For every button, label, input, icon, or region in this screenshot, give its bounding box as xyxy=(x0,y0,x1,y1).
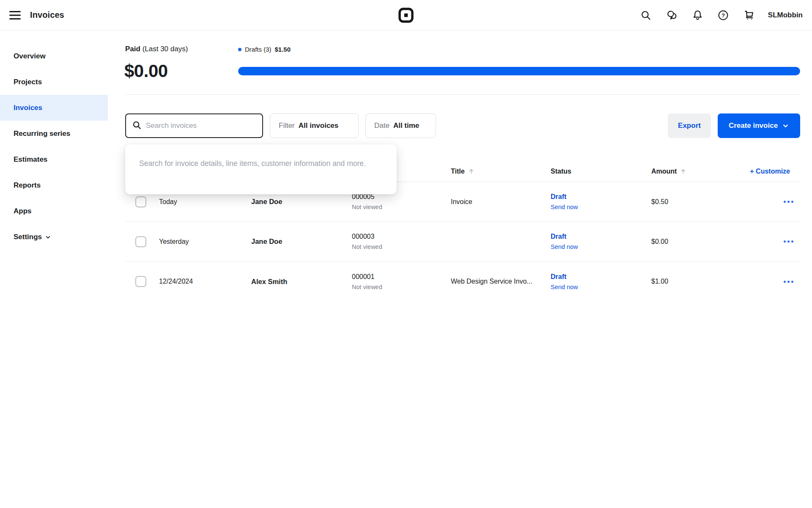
status-badge: Draft xyxy=(551,233,651,240)
row-overflow-menu-icon[interactable] xyxy=(784,281,800,283)
send-now-link[interactable]: Send now xyxy=(551,204,651,210)
column-header-title[interactable]: Title xyxy=(451,168,551,175)
top-bar: Invoices ? xyxy=(0,0,812,30)
status-badge: Draft xyxy=(551,193,651,201)
row-checkbox[interactable] xyxy=(135,196,146,207)
search-hint-text: Search for invoice details, line items, … xyxy=(139,159,366,168)
column-header-amount[interactable]: Amount xyxy=(651,168,746,175)
svg-text:?: ? xyxy=(721,12,725,18)
chevron-down-icon xyxy=(782,122,789,130)
sidebar-item-recurring-series[interactable]: Recurring series xyxy=(0,121,108,146)
sidebar-item-settings[interactable]: Settings xyxy=(0,224,108,250)
export-button[interactable]: Export xyxy=(668,113,711,138)
sidebar-item-projects[interactable]: Projects xyxy=(0,69,108,95)
paid-amount: $0.00 xyxy=(124,61,168,81)
hamburger-menu-icon[interactable] xyxy=(9,11,21,19)
sidebar-item-estimates[interactable]: Estimates xyxy=(0,146,108,172)
messages-icon[interactable] xyxy=(666,10,678,21)
drafts-legend: Drafts (3) $1.50 xyxy=(238,46,291,53)
customize-columns-button[interactable]: + Customize xyxy=(750,168,800,175)
date-chip[interactable]: Date All time xyxy=(365,113,436,138)
drafts-dot-icon xyxy=(238,48,241,51)
table-row[interactable]: 12/24/2024 Alex Smith 000001 Not viewed … xyxy=(125,262,800,301)
invoices-summary: Paid (Last 30 days) $0.00 Drafts (3) $1.… xyxy=(125,30,800,94)
square-logo-icon xyxy=(398,7,414,23)
search-invoices-box[interactable] xyxy=(125,113,263,138)
viewed-status: Not viewed xyxy=(352,243,451,250)
sidebar: Overview Projects Invoices Recurring ser… xyxy=(0,30,108,508)
invoice-number-cell: 000003 Not viewed xyxy=(352,233,451,250)
invoice-number-cell: 000001 Not viewed xyxy=(352,273,451,290)
chevron-down-icon xyxy=(45,234,51,240)
help-icon[interactable]: ? xyxy=(718,10,729,21)
cart-icon[interactable] xyxy=(743,10,755,21)
create-invoice-button[interactable]: Create invoice xyxy=(718,113,800,138)
viewed-status: Not viewed xyxy=(352,204,451,210)
column-header-status: Status xyxy=(551,168,651,175)
row-overflow-menu-icon[interactable] xyxy=(784,240,800,243)
main-content: Paid (Last 30 days) $0.00 Drafts (3) $1.… xyxy=(108,30,812,508)
summary-divider xyxy=(125,94,800,95)
row-overflow-menu-icon[interactable] xyxy=(784,201,800,203)
search-suggestions-dropdown: Search for invoice details, line items, … xyxy=(125,144,397,194)
invoice-number-cell: 000005 Not viewed xyxy=(352,193,451,210)
notifications-bell-icon[interactable] xyxy=(692,10,703,21)
filter-chip[interactable]: Filter All invoices xyxy=(270,113,359,138)
status-badge: Draft xyxy=(551,273,651,281)
search-invoices-input[interactable] xyxy=(146,121,256,130)
status-cell: Draft Send now xyxy=(551,233,651,250)
send-now-link[interactable]: Send now xyxy=(551,243,651,250)
controls-row: Filter All invoices Date All time Export… xyxy=(125,113,800,138)
viewed-status: Not viewed xyxy=(352,284,451,290)
row-checkbox[interactable] xyxy=(135,276,146,287)
sort-arrow-up-icon xyxy=(680,168,687,175)
sidebar-item-overview[interactable]: Overview xyxy=(0,43,108,69)
sidebar-item-invoices[interactable]: Invoices xyxy=(0,95,108,121)
sidebar-item-apps[interactable]: Apps xyxy=(0,198,108,224)
send-now-link[interactable]: Send now xyxy=(551,284,651,290)
sidebar-item-reports[interactable]: Reports xyxy=(0,172,108,198)
drafts-progress-bar xyxy=(238,67,800,75)
search-icon xyxy=(132,120,142,132)
status-cell: Draft Send now xyxy=(551,273,651,290)
page-title: Invoices xyxy=(30,10,64,20)
sort-arrow-up-icon xyxy=(468,168,475,175)
status-cell: Draft Send now xyxy=(551,193,651,210)
search-icon[interactable] xyxy=(640,10,651,21)
row-checkbox[interactable] xyxy=(135,236,146,247)
user-name[interactable]: SLMobbin xyxy=(768,11,803,19)
drafts-progress-fill xyxy=(238,67,800,75)
paid-label: Paid (Last 30 days) xyxy=(125,45,188,53)
table-row[interactable]: Yesterday Jane Doe 000003 Not viewed Dra… xyxy=(125,222,800,262)
